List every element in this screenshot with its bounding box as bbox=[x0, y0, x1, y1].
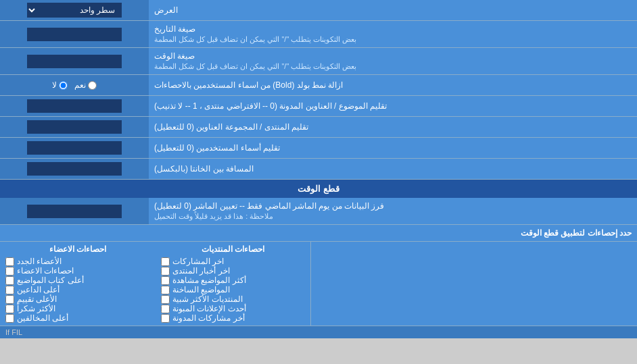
column-gap-input[interactable]: 2 bbox=[27, 162, 122, 176]
display-select-cell: سطر واحد bbox=[0, 0, 149, 20]
cb14-item: أعلى المخالفين bbox=[5, 313, 150, 323]
date-format-input[interactable]: d-m bbox=[27, 28, 122, 41]
forums-order-row: تقليم المنتدى / المجموعة العناوين (0 للت… bbox=[0, 117, 637, 138]
cb4-item: المواضيع الساخنة bbox=[161, 285, 305, 294]
stats-apply-label: حدد إحصاءات لتطبيق قطع الوقت bbox=[0, 225, 637, 241]
date-format-row: صيغة التاريخ بعض التكوينات يتطلب "/" الت… bbox=[0, 21, 637, 48]
cb13-item: الأكثر شكراً bbox=[5, 304, 150, 313]
forums-order-input[interactable]: 33 bbox=[27, 120, 122, 134]
cb10[interactable] bbox=[5, 276, 14, 285]
col1-header: احصاءات المنتديات bbox=[161, 244, 305, 254]
forums-order-input-cell: 33 bbox=[0, 117, 149, 137]
realtime-filter-label: فرز البيانات من يوم الماشر الماضي فقط --… bbox=[149, 198, 637, 224]
bold-remove-label: ازالة نمط بولد (Bold) من اسماء المستخدمي… bbox=[149, 75, 637, 95]
bold-remove-row: ازالة نمط بولد (Bold) من اسماء المستخدمي… bbox=[0, 75, 637, 96]
cb13[interactable] bbox=[5, 305, 14, 313]
cb6[interactable] bbox=[161, 305, 170, 313]
checkboxes-col1: احصاءات المنتديات اخر المشاركات اخر أخبا… bbox=[156, 242, 311, 326]
topics-order-label: تقليم الموضوع / العناوين المدونة (0 -- ا… bbox=[149, 96, 637, 116]
cb8-item: الأعضاء الجدد bbox=[5, 257, 150, 266]
cb8[interactable] bbox=[5, 257, 14, 266]
cb10-item: أعلى كتاب المواضيع bbox=[5, 276, 150, 285]
forums-order-label: تقليم المنتدى / المجموعة العناوين (0 للت… bbox=[149, 117, 637, 137]
cb11-item: أعلى الداعين bbox=[5, 285, 150, 294]
checkboxes-col2: احصاءات الاعضاء الأعضاء الجدد احصاءات ال… bbox=[0, 242, 156, 326]
bold-yes-radio[interactable] bbox=[88, 81, 97, 90]
bold-yes-label: نعم bbox=[74, 80, 97, 90]
display-row: العرض سطر واحد bbox=[0, 0, 637, 21]
footer-text: If FIL bbox=[5, 328, 22, 336]
cb7-item: أخر مشاركات المدونة bbox=[161, 313, 305, 323]
column-gap-input-cell: 2 bbox=[0, 159, 149, 179]
topics-order-row: تقليم الموضوع / العناوين المدونة (0 -- ا… bbox=[0, 96, 637, 117]
bold-no-label: لا bbox=[52, 80, 68, 90]
realtime-filter-input-cell: 0 bbox=[0, 198, 149, 224]
realtime-section-header: قطع الوقت bbox=[0, 180, 637, 198]
main-container: العرض سطر واحد صيغة التاريخ بعض التكوينا… bbox=[0, 0, 637, 338]
cb2[interactable] bbox=[161, 267, 170, 276]
cb3-item: أكثر المواضيع مشاهدة bbox=[161, 276, 305, 285]
cb2-item: اخر أخبار المنتدى bbox=[161, 266, 305, 276]
column-gap-row: المسافة بين الخانتا (بالبكسل) 2 bbox=[0, 159, 637, 180]
cb6-item: أحدث الإعلانات المبونة bbox=[161, 304, 305, 313]
time-format-input[interactable]: H:i bbox=[27, 55, 122, 68]
cb5-item: المنتديات الأكثر شبية bbox=[161, 294, 305, 304]
cb1[interactable] bbox=[161, 257, 170, 266]
realtime-filter-row: فرز البيانات من يوم الماشر الماضي فقط --… bbox=[0, 198, 637, 225]
time-format-input-cell: H:i bbox=[0, 48, 149, 74]
cb3[interactable] bbox=[161, 276, 170, 285]
bold-remove-radio-cell: نعم لا bbox=[0, 75, 149, 95]
topics-order-input-cell: 33 bbox=[0, 96, 149, 116]
cb11[interactable] bbox=[5, 286, 14, 294]
realtime-filter-input[interactable]: 0 bbox=[27, 205, 122, 218]
display-label: العرض bbox=[149, 0, 637, 20]
time-format-row: صيغة الوقت بعض التكوينات يتطلب "/" التي … bbox=[0, 48, 637, 75]
cb9[interactable] bbox=[5, 267, 14, 276]
date-format-label: صيغة التاريخ بعض التكوينات يتطلب "/" الت… bbox=[149, 21, 637, 47]
cb12-item: الأعلى تقييم bbox=[5, 294, 150, 304]
cb9-item: احصاءات الاعضاء bbox=[5, 266, 150, 276]
users-trim-input-cell: 0 bbox=[0, 138, 149, 158]
checkboxes-label-area bbox=[311, 242, 637, 326]
cb14[interactable] bbox=[5, 314, 14, 323]
display-select[interactable]: سطر واحد bbox=[27, 3, 122, 18]
footer: If FIL bbox=[0, 326, 637, 338]
cb1-item: اخر المشاركات bbox=[161, 257, 305, 266]
cb5[interactable] bbox=[161, 295, 170, 304]
users-trim-input[interactable]: 0 bbox=[27, 141, 122, 155]
cb4[interactable] bbox=[161, 286, 170, 294]
time-format-label: صيغة الوقت بعض التكوينات يتطلب "/" التي … bbox=[149, 48, 637, 74]
stats-apply-row: حدد إحصاءات لتطبيق قطع الوقت bbox=[0, 225, 637, 242]
cb7[interactable] bbox=[161, 314, 170, 323]
bold-no-radio[interactable] bbox=[59, 81, 68, 90]
column-gap-label: المسافة بين الخانتا (بالبكسل) bbox=[149, 159, 637, 179]
date-format-input-cell: d-m bbox=[0, 21, 149, 47]
users-trim-label: تقليم أسماء المستخدمين (0 للتعطيل) bbox=[149, 138, 637, 158]
cb12[interactable] bbox=[5, 295, 14, 304]
topics-order-input[interactable]: 33 bbox=[27, 99, 122, 113]
col2-header: احصاءات الاعضاء bbox=[5, 244, 150, 254]
users-trim-row: تقليم أسماء المستخدمين (0 للتعطيل) 0 bbox=[0, 138, 637, 159]
checkboxes-section: احصاءات المنتديات اخر المشاركات اخر أخبا… bbox=[0, 242, 637, 326]
